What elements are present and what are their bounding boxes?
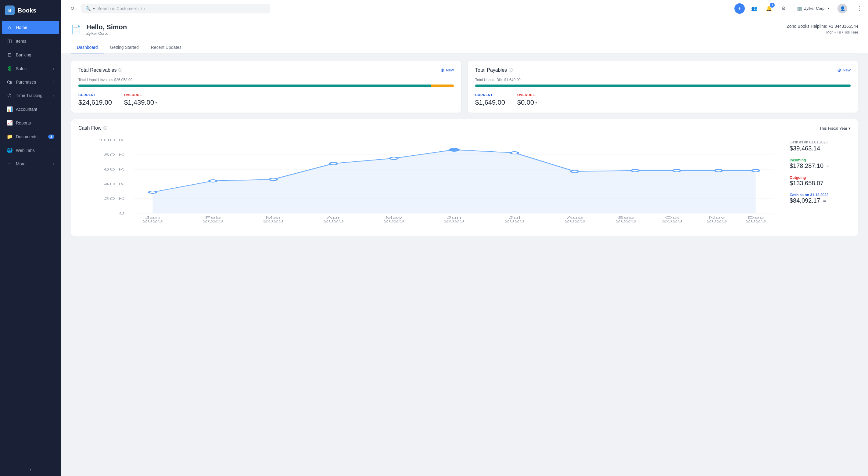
tab-getting-started[interactable]: Getting Started bbox=[104, 42, 145, 53]
cashflow-info-icon[interactable]: ⓘ bbox=[103, 125, 107, 131]
sidebar-label-home: Home bbox=[16, 25, 27, 30]
contacts-button[interactable]: 👥 bbox=[749, 3, 760, 14]
point-mar bbox=[270, 178, 277, 181]
svg-text:Mar: Mar bbox=[265, 216, 281, 219]
sidebar-item-home[interactable]: ⌂ Home bbox=[2, 21, 59, 34]
svg-text:60 K: 60 K bbox=[104, 168, 125, 171]
payables-title: Total Payables ⓘ bbox=[475, 67, 513, 73]
search-icon: 🔍 bbox=[85, 6, 91, 11]
point-sep bbox=[631, 169, 639, 172]
payables-info-icon[interactable]: ⓘ bbox=[509, 67, 513, 73]
web-tabs-icon: 🌐 bbox=[7, 147, 12, 153]
topbar-actions: + 👥 🔔 1 ⚙ 🏢 Zylker Corp. ▾ 👤 ⋮⋮ bbox=[735, 3, 862, 14]
receivables-info-icon[interactable]: ⓘ bbox=[118, 67, 122, 73]
sidebar-label-reports: Reports bbox=[16, 121, 31, 125]
receivables-yellow-bar bbox=[431, 85, 454, 87]
home-icon: ⌂ bbox=[7, 25, 12, 30]
org-dropdown-icon: ▾ bbox=[828, 6, 829, 10]
point-may bbox=[390, 157, 397, 159]
point-aug bbox=[571, 170, 578, 173]
cashflow-title: Cash Flow ⓘ bbox=[79, 125, 107, 131]
svg-text:40 K: 40 K bbox=[104, 182, 125, 186]
svg-text:2023: 2023 bbox=[504, 220, 525, 223]
document-icon: 📄 bbox=[71, 24, 82, 34]
time-tracking-icon: ⏱ bbox=[7, 93, 12, 98]
helpline-hours: Mon - Fri • Toll Free bbox=[786, 30, 858, 35]
receivables-overdue-block: OVERDUE $1,439.00 ▾ bbox=[124, 93, 157, 107]
cash-end-value: $84,092.17 = bbox=[789, 197, 850, 204]
sidebar-item-sales[interactable]: 💲 Sales › bbox=[2, 62, 59, 75]
svg-text:Feb: Feb bbox=[205, 216, 221, 219]
receivables-card: Total Receivables ⓘ ⊕ New Total Unpaid I… bbox=[71, 61, 461, 113]
incoming-sign: + bbox=[827, 163, 829, 169]
svg-text:0: 0 bbox=[119, 211, 125, 215]
point-apr bbox=[330, 162, 337, 165]
payables-card-header: Total Payables ⓘ ⊕ New bbox=[475, 67, 850, 73]
receivables-overdue-value: $1,439.00 ▾ bbox=[124, 98, 157, 107]
sidebar-item-time-tracking[interactable]: ⏱ Time Tracking › bbox=[2, 89, 59, 102]
incoming-value: $178,287.10 + bbox=[789, 162, 850, 169]
chevron-right-icon: › bbox=[53, 67, 54, 70]
helpline-number: Zoho Books Helpline: +1 8443165544 bbox=[786, 24, 858, 29]
add-new-button[interactable]: + bbox=[735, 3, 745, 14]
svg-text:2023: 2023 bbox=[383, 220, 404, 223]
user-avatar[interactable]: 👤 bbox=[837, 4, 847, 13]
payables-new-button[interactable]: ⊕ New bbox=[837, 67, 850, 73]
books-logo-icon: B bbox=[5, 5, 14, 15]
cash-start-value: $39,463.14 bbox=[789, 145, 850, 152]
app-grid-button[interactable]: ⋮⋮ bbox=[851, 3, 862, 14]
svg-text:2023: 2023 bbox=[564, 220, 585, 223]
cashflow-svg: 100 K 80 K 60 K 40 K 20 K 0 bbox=[79, 137, 783, 229]
sidebar-label-documents: Documents bbox=[16, 134, 37, 139]
org-icon: 🏢 bbox=[797, 6, 802, 11]
cash-start-block: Cash as on 01.01.2023 $39,463.14 bbox=[789, 140, 850, 152]
receivables-unpaid-label: Total Unpaid Invoices $26,058.00 bbox=[79, 78, 454, 82]
sidebar-item-banking[interactable]: ⊟ Banking bbox=[2, 48, 59, 61]
payables-current-value: $1,649.00 bbox=[475, 98, 505, 107]
sidebar-label-web-tabs: Web Tabs bbox=[16, 148, 35, 153]
org-selector[interactable]: 🏢 Zylker Corp. ▾ bbox=[793, 4, 833, 13]
svg-text:Oct: Oct bbox=[665, 216, 680, 219]
plus-icon: ⊕ bbox=[440, 67, 444, 73]
tab-recent-updates[interactable]: Recent Updates bbox=[145, 42, 188, 53]
sidebar-label-time-tracking: Time Tracking bbox=[16, 93, 42, 98]
period-selector[interactable]: This Fiscal Year ▾ bbox=[819, 126, 850, 130]
sidebar-logo[interactable]: B Books bbox=[0, 0, 61, 21]
banking-icon: ⊟ bbox=[7, 52, 12, 58]
svg-text:May: May bbox=[385, 216, 403, 219]
chevron-right-icon: › bbox=[53, 80, 54, 84]
point-nov bbox=[715, 169, 722, 172]
point-jun bbox=[450, 148, 459, 151]
sidebar-item-documents[interactable]: 📁 Documents 3 bbox=[2, 130, 59, 143]
org-name-text: Zylker Corp. bbox=[86, 31, 127, 36]
tab-dashboard[interactable]: Dashboard bbox=[71, 42, 104, 53]
overdue-dropdown-icon[interactable]: ▾ bbox=[155, 100, 157, 105]
app-name: Books bbox=[18, 7, 36, 14]
payables-overdue-dropdown-icon[interactable]: ▾ bbox=[535, 100, 537, 105]
sidebar-item-items[interactable]: ◫ Items › bbox=[2, 34, 59, 48]
sidebar-label-sales: Sales bbox=[16, 66, 27, 71]
search-placeholder: Search in Customers ( / ) bbox=[97, 6, 145, 11]
settings-button[interactable]: ⚙ bbox=[778, 3, 789, 14]
outgoing-label: Outgoing bbox=[789, 175, 850, 180]
sidebar-item-web-tabs[interactable]: 🌐 Web Tabs › bbox=[2, 144, 59, 157]
notifications-button[interactable]: 🔔 1 bbox=[764, 3, 774, 14]
documents-badge: 3 bbox=[48, 135, 54, 139]
recent-history-button[interactable]: ↺ bbox=[67, 3, 78, 14]
svg-text:20 K: 20 K bbox=[104, 197, 125, 201]
sidebar-collapse-button[interactable]: ‹ bbox=[0, 463, 61, 476]
topbar: ↺ 🔍 ▾ Search in Customers ( / ) + 👥 🔔 1 … bbox=[61, 0, 868, 17]
cashflow-area bbox=[153, 150, 755, 213]
payables-overdue-label: OVERDUE bbox=[517, 93, 537, 97]
sidebar-item-reports[interactable]: 📈 Reports bbox=[2, 116, 59, 129]
search-bar[interactable]: 🔍 ▾ Search in Customers ( / ) bbox=[81, 4, 270, 13]
svg-text:Apr: Apr bbox=[326, 216, 341, 219]
sidebar-item-purchases[interactable]: 🛍 Purchases › bbox=[2, 76, 59, 88]
sidebar-item-accountant[interactable]: 📊 Accountant › bbox=[2, 102, 59, 116]
sidebar-label-accountant: Accountant bbox=[16, 107, 37, 112]
sidebar-item-more[interactable]: ··· More › bbox=[2, 157, 59, 170]
receivables-new-button[interactable]: ⊕ New bbox=[440, 67, 454, 73]
search-filter-dropdown[interactable]: ▾ bbox=[93, 6, 95, 11]
incoming-label: Incoming bbox=[789, 158, 850, 162]
payables-current-block: CURRENT $1,649.00 bbox=[475, 93, 505, 107]
